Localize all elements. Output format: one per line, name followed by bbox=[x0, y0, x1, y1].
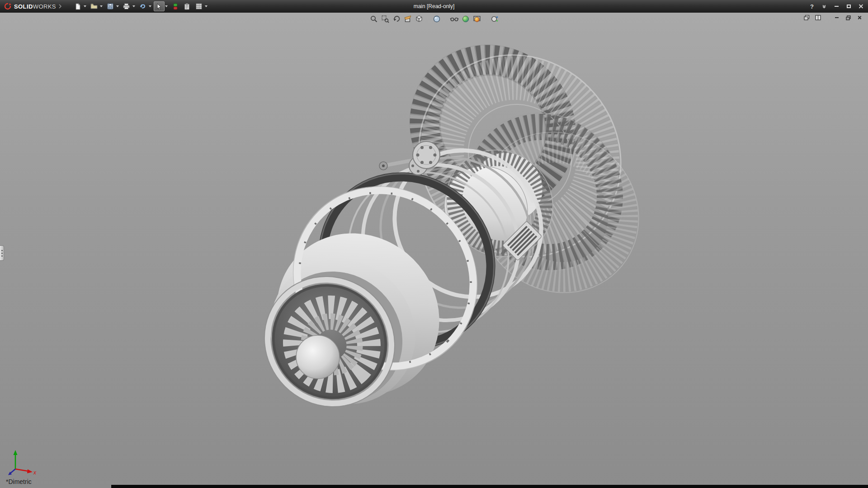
maximize-button[interactable] bbox=[844, 2, 853, 11]
view-orientation-label: *Dimetric bbox=[6, 478, 32, 485]
triad-y-axis bbox=[14, 450, 18, 455]
new-document-dropdown-caret[interactable] bbox=[84, 5, 86, 7]
options-dropdown-caret[interactable] bbox=[205, 5, 208, 7]
minimize-button[interactable] bbox=[832, 2, 841, 11]
feature-manager-splitter-tab[interactable] bbox=[0, 245, 4, 261]
new-document-button[interactable] bbox=[72, 1, 83, 11]
nozzle-hub[interactable] bbox=[296, 335, 340, 379]
save-button[interactable] bbox=[105, 1, 116, 11]
undo-dropdown-caret[interactable] bbox=[149, 5, 151, 7]
heads-up-view-toolbar bbox=[368, 14, 500, 24]
select-dropdown-caret[interactable] bbox=[165, 5, 168, 7]
brand-bold: SOLID bbox=[14, 3, 33, 10]
minimize-document-button[interactable] bbox=[833, 14, 841, 21]
copy-settings-button[interactable] bbox=[182, 1, 193, 11]
restore-document-button[interactable] bbox=[844, 14, 852, 21]
toolbar-item-selection-filter bbox=[170, 1, 181, 11]
hide-show-items-button[interactable] bbox=[448, 14, 460, 24]
selection-filter-button[interactable] bbox=[170, 1, 181, 11]
brand-light: WORKS bbox=[33, 3, 56, 10]
zoom-to-area-button[interactable] bbox=[379, 14, 391, 24]
close-button[interactable] bbox=[856, 2, 865, 11]
open-dropdown-caret[interactable] bbox=[100, 5, 103, 7]
app-name: SOLIDWORKS bbox=[14, 3, 56, 10]
save-dropdown-caret[interactable] bbox=[116, 5, 119, 7]
options-button[interactable] bbox=[193, 1, 204, 11]
taskbar-strip bbox=[111, 485, 868, 488]
toolbar-item-undo bbox=[137, 1, 153, 11]
display-style-button[interactable] bbox=[431, 14, 442, 24]
tile-windows-icon[interactable] bbox=[814, 14, 822, 21]
main-toolbar bbox=[67, 1, 209, 11]
toolbar-item-open bbox=[89, 1, 104, 11]
graphics-viewport: x *Dimetric bbox=[0, 13, 868, 488]
engine-3d-model[interactable] bbox=[0, 13, 868, 488]
brand-chevron-icon[interactable] bbox=[58, 3, 62, 10]
solidworks-window: SOLIDWORKS bbox=[0, 0, 868, 488]
solidworks-logo-icon bbox=[4, 3, 12, 10]
close-document-button[interactable] bbox=[855, 14, 863, 21]
document-title: main [Read-only] bbox=[414, 3, 455, 9]
undo-button[interactable] bbox=[137, 1, 148, 11]
toolbar-item-options bbox=[193, 1, 209, 11]
toolbar-item-print bbox=[121, 1, 137, 11]
zoom-to-fit-button[interactable] bbox=[368, 14, 379, 24]
edit-appearance-button[interactable] bbox=[460, 14, 471, 24]
toolbar-item-select bbox=[154, 1, 169, 11]
apply-scene-button[interactable] bbox=[471, 14, 482, 24]
document-window-controls bbox=[802, 14, 863, 21]
help-button[interactable]: ? bbox=[807, 2, 816, 11]
expand-ribbon-button[interactable] bbox=[820, 2, 829, 11]
view-orientation-button[interactable] bbox=[413, 14, 425, 24]
triad-z-axis bbox=[10, 469, 15, 474]
window-controls: ? bbox=[807, 0, 865, 13]
reference-triad: x bbox=[7, 446, 39, 476]
triad-x-axis bbox=[27, 469, 33, 474]
toolbar-item-new bbox=[72, 1, 88, 11]
app-brand: SOLIDWORKS bbox=[0, 3, 67, 10]
previous-view-button[interactable] bbox=[391, 14, 402, 24]
title-bar: SOLIDWORKS bbox=[0, 0, 868, 13]
view-settings-button[interactable] bbox=[489, 14, 500, 24]
open-button[interactable] bbox=[89, 1, 99, 11]
triad-x-label: x bbox=[33, 469, 37, 476]
select-button[interactable] bbox=[154, 1, 165, 11]
print-dropdown-caret[interactable] bbox=[132, 5, 135, 7]
toolbar-item-copy-settings bbox=[182, 1, 193, 11]
section-view-button[interactable] bbox=[402, 14, 413, 24]
cascade-windows-icon[interactable] bbox=[802, 14, 811, 21]
toolbar-item-save bbox=[105, 1, 120, 11]
print-button[interactable] bbox=[121, 1, 132, 11]
